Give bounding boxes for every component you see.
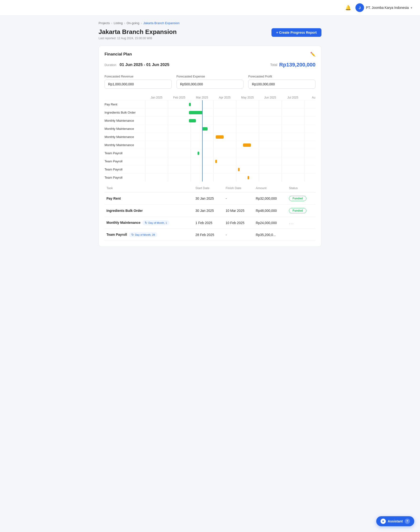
gantt-col-bg xyxy=(213,109,236,117)
task-start-date: 28 Feb 2025 xyxy=(194,229,224,241)
gantt-row-label: Monthly Maintenance xyxy=(105,135,145,139)
col-finish-date: Finish Date xyxy=(224,184,254,192)
task-name: Ingredients Bulk Order xyxy=(106,209,143,213)
gantt-col-bg xyxy=(304,125,315,133)
gantt-month-label: May 2025 xyxy=(236,96,259,99)
gantt-row: Ingredients Bulk Order xyxy=(105,108,315,117)
total-area: Total Rp139,200,000 xyxy=(270,62,315,68)
duration-area: Duration 01 Jun 2025 - 01 Jun 2025 xyxy=(105,62,169,67)
gantt-col-bg xyxy=(282,165,304,173)
duration-value: 01 Jun 2025 - 01 Jun 2025 xyxy=(120,62,169,67)
gantt-col-bg xyxy=(145,125,168,133)
gantt-col-bg xyxy=(304,157,315,165)
gantt-col-bg xyxy=(213,149,236,157)
gantt-row: Team Payroll xyxy=(105,149,315,157)
forecasted-expense-field: Forecasted Expense xyxy=(177,74,244,89)
gantt-col-bg xyxy=(304,109,315,117)
gantt-row-label: Ingredients Bulk Order xyxy=(105,111,145,114)
gantt-col-bg xyxy=(282,157,304,165)
status-badge: Funded xyxy=(289,196,306,201)
avatar: J xyxy=(355,3,364,12)
forecasted-revenue-input[interactable] xyxy=(105,80,172,89)
breadcrumb-sep-3: › xyxy=(141,21,142,25)
breadcrumb-sep-1: › xyxy=(111,21,112,25)
gantt-row-label: Team Payroll xyxy=(105,168,145,171)
page-content: Projects › Listing › On-going › Jakarta … xyxy=(93,15,327,266)
gantt-row-track xyxy=(145,125,315,133)
gantt-col-bg xyxy=(259,125,282,133)
gantt-col-bg xyxy=(259,165,282,173)
col-start-date: Start Date xyxy=(194,184,224,192)
gantt-row: Team Payroll xyxy=(105,157,315,165)
gantt-row-label: Monthly Maintenance xyxy=(105,143,145,147)
gantt-col-bg xyxy=(145,157,168,165)
task-start-date: 30 Jan 2025 xyxy=(194,205,224,217)
gantt-bar xyxy=(189,111,203,114)
gantt-col-bg xyxy=(259,100,282,108)
user-name-label: PT. Joomba Karya Indonesia xyxy=(366,6,409,10)
gantt-col-bg xyxy=(282,125,304,133)
task-table: Task Start Date Finish Date Amount Statu… xyxy=(105,184,315,241)
task-finish-date: - xyxy=(224,229,254,241)
gantt-col-bg xyxy=(191,174,213,181)
breadcrumb-listing[interactable]: Listing xyxy=(114,21,123,25)
gantt-col-bg xyxy=(304,141,315,149)
gantt-col-bg xyxy=(236,133,259,141)
create-progress-report-button[interactable]: + Create Progress Report xyxy=(271,28,321,37)
forecast-row: Forecasted Revenue Forecasted Expense Fo… xyxy=(105,74,315,89)
gantt-col-bg xyxy=(259,109,282,117)
forecasted-expense-label: Forecasted Expense xyxy=(177,74,244,78)
gantt-col-bg xyxy=(191,165,213,173)
gantt-col-bg xyxy=(236,117,259,125)
user-menu[interactable]: J PT. Joomba Karya Indonesia ▾ xyxy=(355,3,412,12)
gantt-row-label: Pay Rent xyxy=(105,103,145,106)
notification-bell-icon[interactable]: 🔔 xyxy=(345,5,351,11)
table-row: Pay Rent30 Jan 2025-Rp32,000,000Funded xyxy=(105,192,315,205)
gantt-col-bg xyxy=(168,149,191,157)
gantt-col-bg xyxy=(282,117,304,125)
duration-total-row: Duration 01 Jun 2025 - 01 Jun 2025 Total… xyxy=(105,62,315,68)
gantt-row-track xyxy=(145,165,315,173)
gantt-col-bg xyxy=(304,174,315,181)
gantt-col-bg xyxy=(259,141,282,149)
gantt-col-bg xyxy=(168,165,191,173)
forecasted-revenue-field: Forecasted Revenue xyxy=(105,74,172,89)
task-table-header: Task Start Date Finish Date Amount Statu… xyxy=(105,184,315,192)
edit-icon[interactable]: ✏️ xyxy=(310,52,315,57)
gantt-col-bg xyxy=(168,157,191,165)
gantt-bar xyxy=(202,127,208,131)
gantt-col-bg xyxy=(145,149,168,157)
gantt-col-bg xyxy=(145,141,168,149)
forecasted-profit-input[interactable] xyxy=(248,80,315,89)
page-title: Jakarta Branch Expansion xyxy=(99,28,177,36)
gantt-col-bg xyxy=(259,174,282,181)
task-status: Funded xyxy=(287,192,315,205)
forecasted-expense-input[interactable] xyxy=(177,80,244,89)
task-name: Team Payroll xyxy=(106,233,127,236)
chevron-down-icon: ▾ xyxy=(411,6,412,10)
forecasted-profit-field: Forecasted Profit xyxy=(248,74,315,89)
gantt-col-bg xyxy=(168,141,191,149)
gantt-bar xyxy=(215,160,217,163)
breadcrumb-projects[interactable]: Projects xyxy=(99,21,110,25)
gantt-bar xyxy=(197,152,199,155)
gantt-col-bg xyxy=(304,100,315,108)
gantt-col-bg xyxy=(213,100,236,108)
financial-plan-card: Financial Plan ✏️ Duration 01 Jun 2025 -… xyxy=(99,46,321,247)
gantt-col-bg xyxy=(168,174,191,181)
gantt-bar xyxy=(189,119,196,122)
breadcrumb-ongoing[interactable]: On-going xyxy=(127,21,139,25)
gantt-col-bg xyxy=(259,133,282,141)
gantt-col-bg xyxy=(282,149,304,157)
gantt-col-bg xyxy=(191,100,213,108)
task-name: Monthly Maintenance xyxy=(106,221,140,224)
gantt-row-label: Monthly Maintenance xyxy=(105,119,145,122)
gantt-col-bg xyxy=(191,149,213,157)
gantt-row: Team Payroll xyxy=(105,165,315,173)
gantt-col-bg xyxy=(304,165,315,173)
task-start-date: 1 Feb 2025 xyxy=(194,217,224,229)
gantt-col-bg xyxy=(213,117,236,125)
gantt-col-bg xyxy=(304,117,315,125)
duration-label: Duration xyxy=(105,63,116,67)
gantt-col-bg xyxy=(259,117,282,125)
